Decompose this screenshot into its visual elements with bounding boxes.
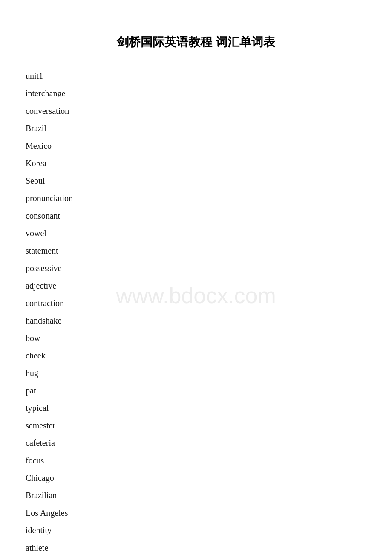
list-item: handshake <box>26 312 366 330</box>
list-item: Brazilian <box>26 487 366 504</box>
list-item: hug <box>26 364 366 382</box>
list-item: bow <box>26 330 366 347</box>
list-item: semester <box>26 417 366 434</box>
list-item: cafeteria <box>26 434 366 452</box>
list-item: adjective <box>26 277 366 295</box>
page-container: www.bdocx.com 剑桥国际英语教程 词汇单词表 unit1interc… <box>0 0 392 555</box>
list-item: conversation <box>26 102 366 120</box>
list-item: Chicago <box>26 469 366 487</box>
list-item: cheek <box>26 347 366 364</box>
page-title: 剑桥国际英语教程 词汇单词表 <box>26 34 366 50</box>
list-item: typical <box>26 399 366 417</box>
list-item: contraction <box>26 295 366 312</box>
list-item: Korea <box>26 155 366 172</box>
list-item: Los Angeles <box>26 504 366 522</box>
list-item: identity <box>26 522 366 539</box>
list-item: athlete <box>26 539 366 555</box>
list-item: unit1 <box>26 67 366 85</box>
list-item: pronunciation <box>26 190 366 207</box>
list-item: Mexico <box>26 137 366 155</box>
list-item: consonant <box>26 207 366 225</box>
list-item: possessive <box>26 260 366 277</box>
list-item: focus <box>26 452 366 469</box>
list-item: statement <box>26 242 366 260</box>
list-item: Brazil <box>26 120 366 137</box>
list-item: Seoul <box>26 172 366 190</box>
list-item: interchange <box>26 85 366 102</box>
list-item: vowel <box>26 225 366 242</box>
word-list: unit1interchangeconversationBrazilMexico… <box>26 67 366 555</box>
list-item: pat <box>26 382 366 399</box>
